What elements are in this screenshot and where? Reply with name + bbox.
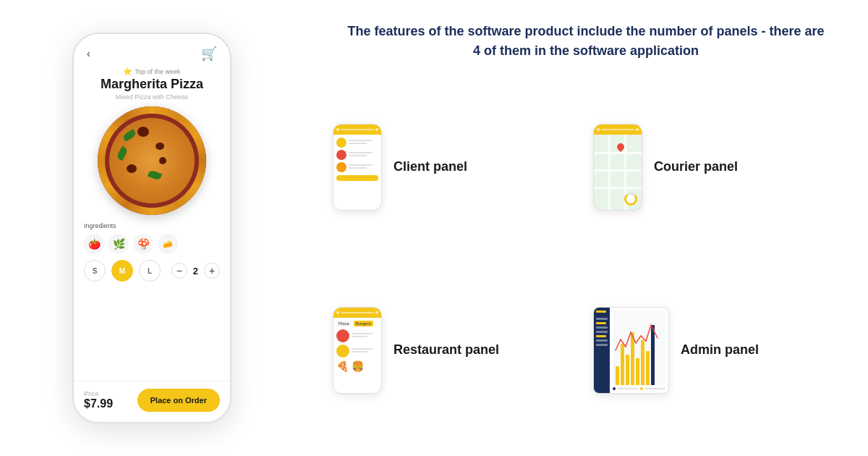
ingredients-label: Ingredients (84, 222, 220, 229)
courier-mini-header (594, 124, 642, 135)
right-section: The features of the software product inc… (304, 0, 868, 456)
pizza-subtitle: Mixed Pizza with Cheese (116, 93, 189, 101)
restaurant-mini-body: Pizza Burgers (333, 318, 381, 375)
map-progress-circle (624, 193, 637, 206)
courier-panel-label: Courier panel (654, 159, 738, 174)
feature-description: The features of the software product inc… (333, 22, 839, 61)
quantity-increase-button[interactable]: + (204, 263, 220, 279)
pizza-title: Margherita Pizza (101, 77, 203, 92)
admin-main (610, 308, 668, 393)
topping-olive (159, 157, 166, 164)
ingredient-mushroom: 🍄 (133, 234, 153, 254)
admin-panel-preview (593, 307, 669, 394)
chart-svg (613, 311, 665, 385)
price-label: Price (84, 390, 113, 397)
restaurant-panel-preview: Pizza Burgers (333, 307, 382, 394)
restaurant-panel-item: Pizza Burgers (333, 266, 579, 434)
star-icon: ⭐ (123, 67, 132, 75)
ingredient-tomato: 🍅 (84, 234, 104, 254)
pizza-base (98, 106, 206, 215)
cart-icon[interactable]: 🛒 (201, 46, 217, 62)
phone-footer: Price $7.99 Place on Order (74, 381, 230, 422)
pizza-image (98, 106, 206, 215)
courier-panel-preview (593, 124, 642, 211)
quantity-decrease-button[interactable]: − (171, 263, 187, 279)
size-s-button[interactable]: S (84, 260, 106, 282)
ingredients-section: Ingredients 🍅 🌿 🍄 🧀 (84, 222, 220, 254)
client-panel-label: Client panel (393, 159, 467, 174)
price-value: $7.99 (84, 397, 113, 410)
left-section: ‹ 🛒 ⭐ Top of the week Margherita Pizza M… (0, 0, 304, 456)
place-order-button[interactable]: Place on Order (137, 389, 220, 412)
size-quantity-row: S M L − 2 + (84, 260, 220, 282)
ingredient-basil: 🌿 (109, 234, 129, 254)
quantity-controls: − 2 + (171, 263, 220, 279)
restaurant-panel-label: Restaurant panel (393, 342, 499, 358)
phone-header: ‹ 🛒 (74, 34, 230, 67)
topping-mushroom2 (156, 143, 164, 150)
size-m-button[interactable]: M (111, 260, 133, 282)
topping-mushroom (137, 127, 149, 137)
courier-panel-item: Courier panel (593, 83, 839, 251)
top-week-badge: ⭐ Top of the week (123, 67, 180, 75)
quantity-value: 2 (193, 266, 198, 276)
price-section: Price $7.99 (84, 390, 113, 410)
admin-panel-item: Admin panel (593, 266, 839, 434)
size-l-button[interactable]: L (139, 260, 161, 282)
admin-chart (613, 311, 665, 385)
client-mini-body (333, 135, 381, 184)
phone-mockup: ‹ 🛒 ⭐ Top of the week Margherita Pizza M… (72, 33, 231, 423)
restaurant-mini-header (333, 308, 381, 318)
client-panel-preview (333, 124, 382, 211)
ingredients-row: 🍅 🌿 🍄 🧀 (84, 234, 220, 254)
badge-text: Top of the week (135, 68, 180, 75)
ingredient-cheese: 🧀 (158, 234, 178, 254)
admin-sidebar (594, 308, 610, 393)
topping-mushroom3 (127, 164, 137, 173)
client-panel-item: Client panel (333, 83, 579, 251)
phone-content: ⭐ Top of the week Margherita Pizza Mixed… (74, 67, 230, 381)
panels-grid: Client panel C (333, 83, 839, 434)
admin-panel-label: Admin panel (681, 342, 759, 358)
back-arrow-icon[interactable]: ‹ (87, 48, 90, 59)
client-mini-header (333, 124, 381, 135)
